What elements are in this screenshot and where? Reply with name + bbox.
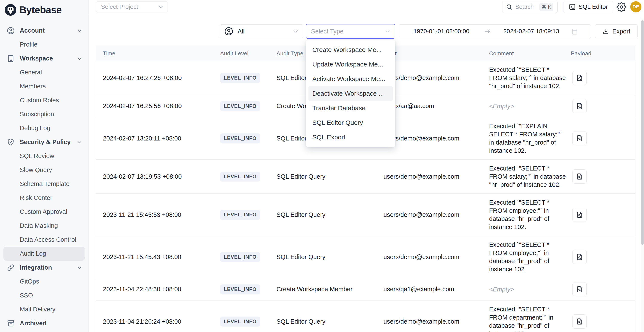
project-select-label: Select Project <box>101 3 158 10</box>
file-search-icon <box>576 286 584 293</box>
file-search-icon <box>576 211 584 218</box>
sidebar-section-integration[interactable]: Integration <box>0 261 88 275</box>
terminal-icon <box>568 3 576 10</box>
cell-audit-level: LEVEL_INFO <box>220 133 276 143</box>
payload-button[interactable] <box>572 99 587 113</box>
search-box[interactable]: ⌘ K <box>502 1 558 13</box>
sidebar-item-sql-review[interactable]: SQL Review <box>0 149 88 163</box>
sidebar-item-custom-approval[interactable]: Custom Approval <box>0 205 88 219</box>
menu-option-create-workspace-me[interactable]: Create Workspace Me... <box>306 42 395 57</box>
date-to[interactable]: 2024-02-07 18:09:13 <box>503 28 559 35</box>
menu-option-sql-export[interactable]: SQL Export <box>306 130 395 145</box>
menu-option-update-workspace-me[interactable]: Update Workspace Me... <box>306 57 395 72</box>
menu-option-sql-editor-query[interactable]: SQL Editor Query <box>306 115 395 130</box>
cell-time: 2023-11-04 21:26:24 +08:00 <box>96 318 220 325</box>
cell-actor: users/demo@example.com <box>384 318 489 325</box>
audit-level-badge: LEVEL_INFO <box>220 133 260 143</box>
sidebar-item-audit-log[interactable]: Audit Log <box>4 247 85 261</box>
audit-level-badge: LEVEL_INFO <box>220 210 260 220</box>
sidebar-section-label: Workspace <box>20 55 76 62</box>
sidebar-item-data-masking[interactable]: Data Masking <box>0 219 88 233</box>
column-header-actor: Actor <box>384 50 489 57</box>
table-row: 2023-11-21 15:45:43 +08:00LEVEL_INFOSQL … <box>96 236 635 278</box>
cell-payload <box>571 208 635 222</box>
sidebar-item-risk-center[interactable]: Risk Center <box>0 191 88 205</box>
user-avatar[interactable]: DE <box>630 1 642 12</box>
cell-comment: Executed `"EXPLAIN SELECT * FROM salary;… <box>489 117 571 159</box>
sidebar-item-slow-query[interactable]: Slow Query <box>0 163 88 177</box>
cell-actor: users/demo@example.com <box>384 74 489 81</box>
cell-audit-level: LEVEL_INFO <box>220 101 276 111</box>
payload-button[interactable] <box>572 208 587 222</box>
type-filter-select[interactable]: Select Type <box>306 24 395 39</box>
sidebar-item-schema-template[interactable]: Schema Template <box>0 177 88 191</box>
sidebar-item-custom-roles[interactable]: Custom Roles <box>0 93 88 107</box>
table-row: 2023-11-04 22:48:30 +08:00LEVEL_INFOCrea… <box>96 278 635 301</box>
sidebar-section-security-policy[interactable]: Security & Policy <box>0 135 88 149</box>
sidebar-item-sso[interactable]: SSO <box>0 289 88 302</box>
sidebar-section-label: Security & Policy <box>20 139 76 146</box>
sql-editor-button[interactable]: SQL Editor <box>563 1 613 13</box>
project-select[interactable]: Select Project <box>96 1 168 12</box>
search-input[interactable] <box>515 3 540 10</box>
sidebar-item-mail-delivery[interactable]: Mail Delivery <box>0 302 88 316</box>
cell-time: 2024-02-07 13:19:53 +08:00 <box>96 173 220 180</box>
audit-level-badge: LEVEL_INFO <box>220 73 260 83</box>
export-button[interactable]: Export <box>595 24 638 38</box>
search-icon <box>506 4 512 10</box>
cell-audit-level: LEVEL_INFO <box>220 210 276 220</box>
cell-comment: <Empty> <box>489 281 571 298</box>
menu-option-deactivate-workspace[interactable]: Deactivate Workspace ... <box>308 86 393 101</box>
cell-payload <box>571 282 635 296</box>
cell-time: 2023-11-04 22:48:30 +08:00 <box>96 286 220 293</box>
cell-comment: <Empty> <box>489 97 571 115</box>
topbar: Select Project ⌘ K SQL Editor DE <box>88 0 644 14</box>
payload-button[interactable] <box>572 250 587 264</box>
menu-option-activate-workspace-me[interactable]: Activate Workspace Me... <box>306 72 395 86</box>
payload-button[interactable] <box>572 282 587 296</box>
sidebar-item-subscription[interactable]: Subscription <box>0 107 88 121</box>
vertical-scrollbar[interactable] <box>641 18 644 332</box>
sidebar-item-data-access-control[interactable]: Data Access Control <box>0 233 88 247</box>
payload-button[interactable] <box>572 315 587 329</box>
cell-time: 2023-11-21 15:45:53 +08:00 <box>96 211 220 218</box>
cell-audit-type: SQL Editor Query <box>276 254 384 261</box>
sidebar-nav: AccountProfileWorkspaceGeneralMembersCus… <box>0 24 88 330</box>
sidebar-item-general[interactable]: General <box>0 65 88 79</box>
sidebar-item-gitops[interactable]: GitOps <box>0 275 88 289</box>
file-search-icon <box>576 102 584 110</box>
date-range-picker[interactable]: 1970-01-01 08:00:00 2024-02-07 18:09:13 <box>399 24 591 38</box>
scrollbar-thumb[interactable] <box>642 20 644 245</box>
sidebar-item-debug-log[interactable]: Debug Log <box>0 121 88 135</box>
actor-filter-select[interactable]: All <box>220 24 303 38</box>
sidebar-item-members[interactable]: Members <box>0 79 88 93</box>
cell-payload <box>571 131 635 146</box>
cell-payload <box>571 250 635 264</box>
payload-button[interactable] <box>572 169 587 183</box>
file-search-icon <box>576 74 584 82</box>
actor-filter-value: All <box>238 28 292 35</box>
gear-icon[interactable] <box>616 2 626 12</box>
date-from[interactable]: 1970-01-01 08:00:00 <box>414 28 469 35</box>
payload-button[interactable] <box>572 71 587 85</box>
cell-payload <box>571 71 635 85</box>
sidebar-item-profile[interactable]: Profile <box>0 37 88 51</box>
chevron-down-icon <box>76 27 83 34</box>
cell-actor: users/demo@example.com <box>384 254 489 261</box>
sidebar-section-account[interactable]: Account <box>0 24 88 37</box>
cell-audit-level: LEVEL_INFO <box>220 252 276 262</box>
sidebar-section-archived[interactable]: Archived <box>0 316 88 330</box>
file-search-icon <box>576 135 584 142</box>
audit-level-badge: LEVEL_INFO <box>220 101 260 111</box>
export-label: Export <box>612 28 630 35</box>
cell-actor: users/demo@example.com <box>384 211 489 218</box>
type-filter-menu: Create Workspace Me...Update Workspace M… <box>306 40 395 147</box>
payload-button[interactable] <box>572 131 587 146</box>
column-header-time: Time <box>96 50 220 57</box>
chevron-down-icon <box>384 28 391 35</box>
brand-logo[interactable]: Bytebase <box>0 0 88 20</box>
sidebar-section-workspace[interactable]: Workspace <box>0 51 88 65</box>
menu-option-transfer-database[interactable]: Transfer Database <box>306 101 395 115</box>
cell-time: 2024-02-07 16:27:26 +08:00 <box>96 74 220 81</box>
cell-comment: Executed `"SELECT * FROM department;"` i… <box>489 301 571 332</box>
